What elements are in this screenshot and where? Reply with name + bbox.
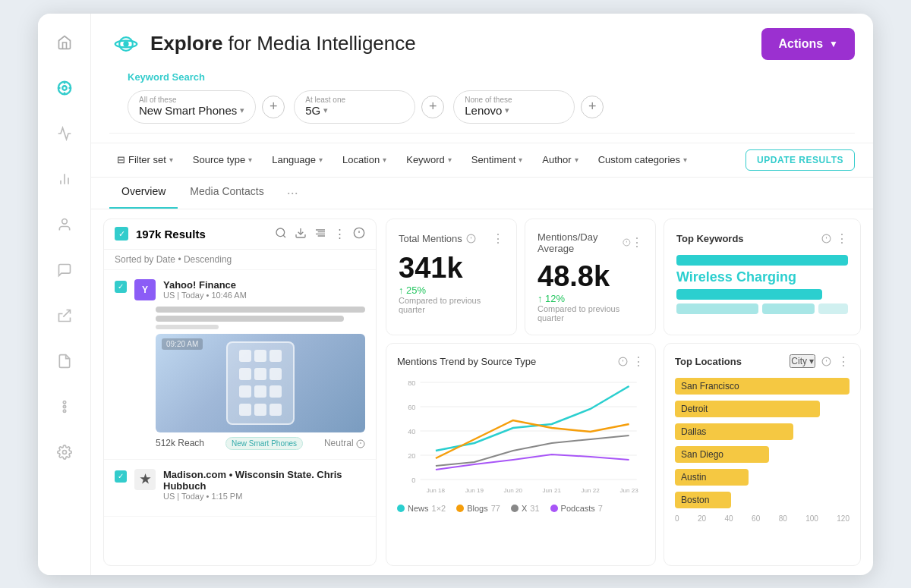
result-checkbox-2[interactable]: ✓ xyxy=(115,470,127,483)
keywords-more-icon[interactable]: ⋮ xyxy=(836,231,848,246)
actions-dropdown-arrow: ▼ xyxy=(829,39,838,49)
top-locations-card: Top Locations City ▾ ⋮ xyxy=(664,343,861,566)
download-results-icon[interactable] xyxy=(295,227,307,241)
mentions-icon[interactable] xyxy=(51,256,78,284)
svg-text:60: 60 xyxy=(408,404,415,411)
tag-badge-1[interactable]: New Smart Phones xyxy=(225,437,303,450)
chart-icon[interactable] xyxy=(51,165,78,193)
mentions-day-change: ↑ 12% xyxy=(537,293,643,304)
none-of-these-input[interactable]: None of these Lenovo ▾ xyxy=(453,90,575,124)
metric-card-header-1: Total Mentions ⋮ xyxy=(399,231,504,246)
author-button[interactable]: Author ▾ xyxy=(534,150,585,169)
total-mentions-compare: Compared to previous quarter xyxy=(399,296,504,314)
logo-area: Explore for Media Intelligence xyxy=(109,27,416,61)
tab-overview[interactable]: Overview xyxy=(109,178,178,209)
mentions-day-card: Mentions/Day Average ⋮ 48.8k ↑ 12% Compa… xyxy=(525,219,656,335)
keyword-2-caret: ▾ xyxy=(323,105,328,115)
search-results-icon[interactable] xyxy=(275,227,287,241)
location-button[interactable]: Location ▾ xyxy=(335,150,394,169)
sort-results-icon[interactable] xyxy=(314,227,326,241)
update-results-button[interactable]: UPDATE RESULTS xyxy=(746,149,855,171)
result-checkbox-1[interactable]: ✓ xyxy=(115,281,127,293)
svg-text:Jun 20: Jun 20 xyxy=(504,487,523,494)
total-mentions-more[interactable]: ⋮ xyxy=(492,231,504,246)
kw-bar xyxy=(762,303,815,314)
filter-set-button[interactable]: ⊟ Filter set ▾ xyxy=(109,150,181,169)
custom-categories-button[interactable]: Custom categories ▾ xyxy=(591,150,695,169)
results-sort: Sorted by Date • Descending xyxy=(104,250,376,270)
total-mentions-change: ↑ 25% xyxy=(399,285,504,296)
source-type-button[interactable]: Source type ▾ xyxy=(185,150,260,169)
location-label: San Diego xyxy=(675,446,769,463)
language-caret: ▾ xyxy=(319,156,323,164)
location-bar-san-diego: San Diego xyxy=(675,446,850,463)
svg-text:Jun 21: Jun 21 xyxy=(543,487,562,494)
analytics-icon[interactable] xyxy=(51,120,78,147)
actions-button[interactable]: Actions ▼ xyxy=(761,28,855,60)
svg-line-10 xyxy=(63,310,70,316)
result-meta-1: Yahoo! Finance US | Today • 10:46 AM xyxy=(163,279,365,300)
mentions-day-more[interactable]: ⋮ xyxy=(631,235,643,250)
keywords-info-icon xyxy=(821,234,831,244)
tabs: Overview Media Contacts ··· xyxy=(91,178,873,209)
source-avatar-yahoo: Y xyxy=(134,279,156,300)
tab-more-options[interactable]: ··· xyxy=(282,178,303,209)
add-keyword-2-button[interactable]: + xyxy=(421,96,444,118)
custom-categories-caret: ▾ xyxy=(683,156,687,164)
svg-point-18 xyxy=(276,228,285,237)
at-least-one-input[interactable]: At least one 5G ▾ xyxy=(294,90,415,124)
keyword-search-section: Keyword Search All of these New Smart Ph… xyxy=(109,71,855,134)
sentiment-caret: ▾ xyxy=(519,156,522,164)
results-count: 197k Results xyxy=(136,228,267,241)
location-label: Austin xyxy=(675,469,749,486)
legend-dot-news xyxy=(397,505,405,512)
source-type-caret: ▾ xyxy=(248,156,252,164)
city-dropdown[interactable]: City ▾ xyxy=(790,354,815,368)
kw-bar xyxy=(818,303,848,314)
keywords-card-header: Top Keywords ⋮ xyxy=(676,231,848,246)
keyword-button[interactable]: Keyword ▾ xyxy=(399,150,459,169)
settings-filter-icon[interactable] xyxy=(51,393,78,420)
sentiment-button[interactable]: Sentiment ▾ xyxy=(464,150,531,169)
language-button[interactable]: Language ▾ xyxy=(264,150,330,169)
trend-more-icon[interactable]: ⋮ xyxy=(632,354,645,369)
svg-text:40: 40 xyxy=(408,428,415,435)
app-title: Explore for Media Intelligence xyxy=(150,32,416,55)
results-panel: ✓ 197k Results ⋮ xyxy=(103,219,377,566)
result-item: ✓ ★ Madison.com • Wisconsin State. Chris… xyxy=(104,460,376,517)
svg-text:20: 20 xyxy=(408,452,415,460)
add-keyword-1-button[interactable]: + xyxy=(262,96,285,118)
home-icon[interactable] xyxy=(51,29,78,56)
locations-card-header: Top Locations City ▾ ⋮ xyxy=(675,354,850,369)
reports-icon[interactable] xyxy=(51,347,78,375)
location-label: Detroit xyxy=(675,401,820,417)
add-keyword-3-button[interactable]: + xyxy=(581,96,604,118)
kw-bar xyxy=(676,255,848,266)
locations-more-icon[interactable]: ⋮ xyxy=(837,354,850,369)
trend-info-icon xyxy=(618,357,628,366)
contacts-icon[interactable] xyxy=(51,211,78,238)
more-results-icon[interactable]: ⋮ xyxy=(334,227,345,241)
legend-dot-blogs xyxy=(456,505,464,512)
text-line xyxy=(156,307,365,313)
all-of-these-input[interactable]: All of these New Smart Phones ▾ xyxy=(128,90,256,124)
legend-blogs: Blogs 77 xyxy=(456,504,500,513)
svg-text:Jun 19: Jun 19 xyxy=(465,487,484,494)
total-mentions-card: Total Mentions ⋮ 341k ↑ 25% Compared to … xyxy=(386,219,517,335)
tab-media-contacts[interactable]: Media Contacts xyxy=(178,178,276,209)
legend-news: News 1×2 xyxy=(397,504,446,513)
location-bars-container: San Francisco Detroit Dallas San Diego xyxy=(675,378,850,508)
select-all-checkbox[interactable]: ✓ xyxy=(115,227,128,241)
location-bar-detroit: Detroit xyxy=(675,401,850,417)
content-area: Explore for Media Intelligence Actions ▼… xyxy=(91,14,873,575)
info-results-icon[interactable] xyxy=(353,227,365,241)
share-icon[interactable] xyxy=(51,302,78,329)
legend-dot-podcasts xyxy=(550,505,558,512)
svg-line-19 xyxy=(283,235,285,237)
location-bar-austin: Austin xyxy=(675,469,850,486)
explore-icon[interactable] xyxy=(51,74,78,102)
gear-icon[interactable] xyxy=(51,439,78,466)
trend-card-actions: ⋮ xyxy=(618,354,645,369)
svg-text:0: 0 xyxy=(411,476,415,484)
result-item-header: ✓ Y Yahoo! Finance US | Today • 10:46 AM xyxy=(115,279,365,300)
